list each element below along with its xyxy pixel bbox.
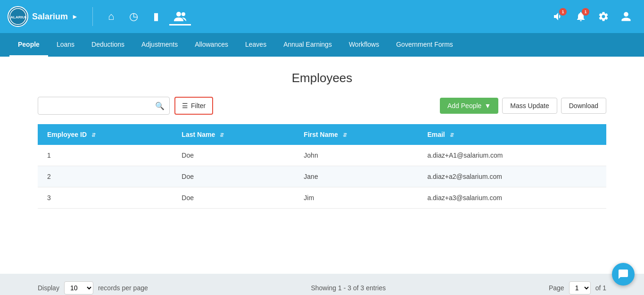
sort-last-name-icon: ⇵ — [220, 132, 224, 138]
document-nav-icon[interactable]: ▮ — [149, 8, 164, 25]
cell-employee-id: 1 — [38, 145, 172, 166]
col-email[interactable]: Email ⇵ — [418, 124, 606, 145]
cell-employee-id: 2 — [38, 166, 172, 187]
page-title: Employees — [38, 71, 606, 85]
nav-annual-earnings[interactable]: Annual Earnings — [275, 33, 340, 57]
search-box: 🔍 — [38, 97, 170, 115]
logo-icon: SALARIUM — [8, 6, 28, 27]
filter-label: Filter — [191, 102, 206, 110]
filter-icon: ☰ — [182, 102, 188, 110]
nav-government-forms[interactable]: Government Forms — [388, 33, 462, 57]
col-last-name[interactable]: Last Name ⇵ — [172, 124, 294, 145]
col-employee-id[interactable]: Employee ID ⇵ — [38, 124, 172, 145]
toolbar-right: Add People ▼ Mass Update Download — [440, 98, 606, 114]
nav-deductions[interactable]: Deductions — [83, 33, 133, 57]
nav-loans[interactable]: Loans — [48, 33, 83, 57]
nav-divider — [92, 7, 93, 26]
cell-last-name: Doe — [172, 145, 294, 166]
top-right-icons: 1 1 — [548, 6, 636, 27]
megaphone-button[interactable]: 1 — [548, 6, 569, 27]
main-content: Employees 🔍 ☰ Filter Add People ▼ Mass U… — [0, 57, 644, 274]
table-row[interactable]: 3 Doe Jim a.diaz+a3@salarium.com — [38, 187, 606, 209]
display-label: Display — [38, 284, 59, 292]
cell-last-name: Doe — [172, 187, 294, 209]
sort-employee-id-icon: ⇵ — [91, 132, 96, 138]
logo-area: SALARIUM Salarium ► — [8, 6, 78, 27]
add-people-dropdown-icon: ▼ — [484, 102, 491, 110]
cell-last-name: Doe — [172, 166, 294, 187]
table-row[interactable]: 1 Doe John a.diaz+A1@salarium.com — [38, 145, 606, 166]
col-first-name[interactable]: First Name ⇵ — [294, 124, 418, 145]
cell-email: a.diaz+a3@salarium.com — [418, 187, 606, 209]
cell-first-name: John — [294, 145, 418, 166]
page-label: Page — [549, 284, 564, 292]
user-avatar-button[interactable] — [616, 6, 636, 27]
footer: Display 10 25 50 100 records per page Sh… — [0, 274, 644, 295]
svg-point-2 — [176, 12, 181, 17]
cell-first-name: Jim — [294, 187, 418, 209]
home-nav-icon[interactable]: ⌂ — [103, 8, 119, 25]
nav-workflows[interactable]: Workflows — [340, 33, 388, 57]
chat-button[interactable] — [612, 263, 635, 286]
top-navbar: SALARIUM Salarium ► ⌂ ◷ ▮ 1 1 — [0, 0, 644, 33]
search-icon: 🔍 — [155, 101, 165, 110]
bell-badge: 1 — [582, 8, 589, 16]
nav-adjustments[interactable]: Adjustments — [133, 33, 186, 57]
per-page-select[interactable]: 10 25 50 100 — [64, 281, 93, 295]
cell-first-name: Jane — [294, 166, 418, 187]
add-people-button[interactable]: Add People ▼ — [440, 98, 498, 114]
megaphone-badge: 1 — [559, 8, 567, 16]
table-header-row: Employee ID ⇵ Last Name ⇵ First Name ⇵ E… — [38, 124, 606, 145]
entries-info: Showing 1 - 3 of 3 entries — [153, 284, 544, 292]
cell-email: a.diaz+A1@salarium.com — [418, 145, 606, 166]
secondary-navbar: People Loans Deductions Adjustments Allo… — [0, 33, 644, 57]
download-button[interactable]: Download — [561, 98, 606, 114]
sort-first-name-icon: ⇵ — [343, 132, 347, 138]
page-select[interactable]: 1 — [569, 281, 591, 295]
brand-name: Salarium — [32, 12, 68, 22]
mass-update-button[interactable]: Mass Update — [502, 98, 557, 114]
svg-point-3 — [182, 12, 185, 16]
employees-table: Employee ID ⇵ Last Name ⇵ First Name ⇵ E… — [38, 124, 606, 209]
brand-arrow-icon: ► — [72, 13, 78, 20]
nav-people[interactable]: People — [9, 33, 48, 57]
nav-leaves[interactable]: Leaves — [237, 33, 275, 57]
toolbar: 🔍 ☰ Filter Add People ▼ Mass Update Down… — [38, 97, 606, 115]
cell-employee-id: 3 — [38, 187, 172, 209]
search-input[interactable] — [43, 102, 155, 110]
people-nav-icon[interactable] — [169, 8, 191, 25]
clock-nav-icon[interactable]: ◷ — [124, 8, 143, 25]
svg-text:SALARIUM: SALARIUM — [9, 15, 26, 19]
sort-email-icon: ⇵ — [450, 132, 454, 138]
table-row[interactable]: 2 Doe Jane a.diaz+a2@salarium.com — [38, 166, 606, 187]
settings-button[interactable] — [593, 6, 614, 27]
cell-email: a.diaz+a2@salarium.com — [418, 166, 606, 187]
records-label: records per page — [98, 284, 148, 292]
filter-button[interactable]: ☰ Filter — [174, 97, 213, 115]
nav-allowances[interactable]: Allowances — [186, 33, 237, 57]
of-pages: of 1 — [595, 284, 606, 292]
bell-button[interactable]: 1 — [570, 6, 591, 27]
add-people-label: Add People — [447, 102, 481, 110]
